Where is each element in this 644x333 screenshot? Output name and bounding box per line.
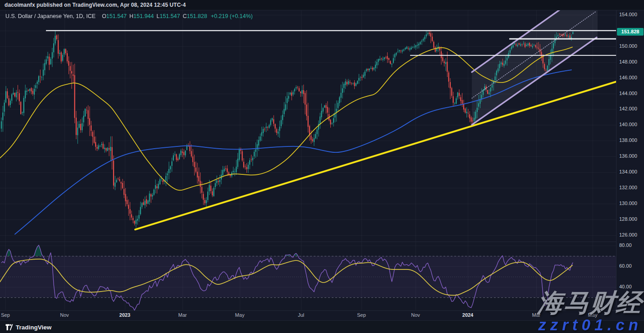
rsi-tick-label: 80.00 <box>619 242 632 248</box>
price-tick-label: 130.000 <box>619 201 637 206</box>
time-axis[interactable]: SepNov2023MarMayJulSepNov2024MarMay <box>0 311 617 320</box>
time-tick-label: Jul <box>298 312 304 318</box>
ohlc-field-value: 151.828 <box>187 13 207 19</box>
price-axis[interactable]: 154.000150.000148.000146.000144.000142.0… <box>617 10 644 311</box>
price-tick-label: 136.000 <box>619 153 637 159</box>
price-tick-label: 146.000 <box>619 75 637 80</box>
header-bar: dacolmanfx published on TradingView.com,… <box>0 0 644 10</box>
symbol-legend[interactable]: U.S. Dollar / Japanese Yen, 1D, ICEO151.… <box>5 13 253 19</box>
price-chart-canvas[interactable] <box>0 0 617 311</box>
price-tick-label: 134.000 <box>619 169 637 174</box>
price-tick-label: 132.000 <box>619 185 637 190</box>
price-tick-label: 142.000 <box>619 106 637 111</box>
price-tick-label: 138.000 <box>619 137 637 143</box>
time-tick-label: May <box>235 312 245 318</box>
chart-page: dacolmanfx published on TradingView.com,… <box>0 0 644 333</box>
rsi-tick-label: 60.00 <box>619 263 632 269</box>
price-tick-label: 140.000 <box>619 122 637 127</box>
tradingview-logo-icon <box>5 324 13 331</box>
time-tick-label: Nov <box>60 312 69 318</box>
header-title: dacolmanfx published on TradingView.com,… <box>0 2 186 8</box>
tradingview-brand[interactable]: TradingView <box>5 324 51 331</box>
price-tick-label: 154.000 <box>619 12 637 17</box>
tradingview-brand-label[interactable]: TradingView <box>16 324 51 331</box>
time-tick-label: Mar <box>532 312 541 318</box>
last-price-badge: 151.828 <box>617 28 644 36</box>
ohlc-values: O151.547H151.944L151.547C151.828 <box>99 13 207 19</box>
time-tick-label: 2023 <box>119 312 130 318</box>
price-tick-label: 128.000 <box>619 216 637 222</box>
symbol-title[interactable]: U.S. Dollar / Japanese Yen, 1D, ICE <box>5 13 96 19</box>
ohlc-field-label: H <box>129 13 133 19</box>
time-tick-label: May <box>588 312 598 318</box>
ohlc-field-value: 151.547 <box>106 13 127 19</box>
price-tick-label: 148.000 <box>619 59 637 64</box>
footer-bar: TradingView <box>0 320 644 333</box>
price-tick-label: 126.000 <box>619 232 637 237</box>
price-tick-label: 150.000 <box>619 43 637 49</box>
rsi-tick-label: 40.00 <box>619 284 632 289</box>
time-tick-label: 2024 <box>462 312 473 318</box>
time-tick-label: Nov <box>411 312 420 318</box>
ohlc-field-value: 151.547 <box>160 13 180 19</box>
change-value: +0.219 (+0.14%) <box>211 13 253 19</box>
time-tick-label: Sep <box>1 312 10 318</box>
time-tick-label: Sep <box>357 312 366 318</box>
time-tick-label: Mar <box>178 312 187 318</box>
price-tick-label: 144.000 <box>619 91 637 96</box>
ohlc-field-value: 151.944 <box>133 13 154 19</box>
ohlc-field-label: O <box>102 13 106 19</box>
